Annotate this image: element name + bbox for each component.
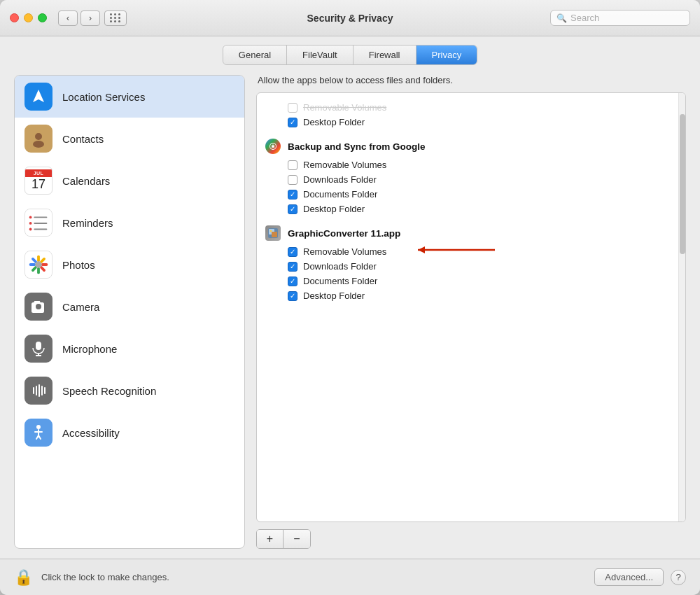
file-row: ✓ Documents Folder — [257, 187, 678, 202]
svg-point-1 — [35, 133, 42, 140]
window-title: Security & Privacy — [307, 13, 393, 24]
checkbox-desktop-top[interactable]: ✓ — [288, 118, 298, 127]
tab-filevault[interactable]: FileVault — [287, 46, 354, 64]
search-icon: 🔍 — [556, 13, 567, 23]
sidebar-item-microphone[interactable]: Microphone — [15, 328, 244, 370]
contacts-icon — [24, 125, 52, 153]
add-remove-buttons: + − — [256, 529, 311, 549]
traffic-lights — [10, 13, 47, 22]
advanced-button[interactable]: Advanced... — [594, 568, 664, 586]
graphic-converter-name: GraphicConverter 11.app — [288, 228, 400, 239]
speech-recognition-label: Speech Recognition — [62, 385, 156, 397]
checkbox-gc-desktop[interactable]: ✓ — [288, 291, 298, 301]
svg-point-24 — [270, 230, 272, 232]
tabs-container: General FileVault Firewall Privacy — [0, 36, 700, 65]
file-name: Documents Folder — [303, 276, 377, 286]
file-name: Removable Volumes — [303, 246, 386, 257]
google-backup-name: Backup and Sync from Google — [288, 141, 426, 152]
footer-lock-text: Click the lock to make changes. — [41, 572, 169, 582]
file-row-removable-gc: ✓ Removable Volumes — [257, 244, 678, 259]
remove-button[interactable]: − — [284, 530, 310, 548]
file-row: ✓ Desktop Folder — [257, 115, 678, 130]
file-row: ✓ Documents Folder — [257, 274, 678, 288]
tab-firewall[interactable]: Firewall — [354, 46, 416, 64]
sidebar-item-reminders[interactable]: Reminders — [15, 202, 244, 244]
svg-rect-18 — [41, 386, 43, 396]
minimize-button[interactable] — [24, 13, 33, 22]
svg-rect-4 — [29, 216, 32, 219]
svg-point-11 — [35, 261, 42, 268]
scrollbar-track[interactable] — [678, 93, 685, 522]
svg-rect-8 — [29, 228, 32, 231]
contacts-label: Contacts — [62, 133, 104, 145]
lock-icon[interactable]: 🔒 — [14, 568, 33, 587]
sidebar-item-camera[interactable]: Camera — [15, 286, 244, 328]
photos-label: Photos — [62, 259, 95, 271]
sidebar-item-calendars[interactable]: JUL 17 Calendars — [15, 160, 244, 202]
help-button[interactable]: ? — [671, 570, 686, 585]
grid-button[interactable] — [104, 10, 127, 26]
tab-privacy[interactable]: Privacy — [416, 46, 477, 64]
checkbox-google-downloads[interactable] — [288, 175, 298, 185]
svg-rect-19 — [44, 387, 46, 394]
checkbox-google-documents[interactable]: ✓ — [288, 190, 298, 200]
tabs: General FileVault Firewall Privacy — [223, 45, 477, 65]
scrollbar-thumb[interactable] — [680, 114, 685, 254]
checkbox-gc-removable[interactable]: ✓ — [288, 247, 298, 257]
location-icon — [24, 83, 52, 111]
calendars-icon: JUL 17 — [24, 167, 52, 195]
file-name: Desktop Folder — [303, 204, 365, 214]
svg-marker-26 — [418, 246, 425, 253]
microphone-icon — [24, 335, 52, 363]
file-name: Documents Folder — [303, 189, 377, 200]
bottom-bar: + − — [256, 529, 686, 549]
close-button[interactable] — [10, 13, 19, 22]
svg-rect-17 — [38, 384, 40, 397]
svg-rect-15 — [33, 387, 34, 394]
reminders-icon — [24, 209, 52, 237]
svg-rect-6 — [29, 222, 32, 225]
app-group-google: Backup and Sync from Google Removable Vo… — [257, 132, 678, 219]
forward-button[interactable]: › — [80, 10, 100, 26]
nav-buttons: ‹ › — [58, 10, 100, 26]
checkbox-gc-documents[interactable]: ✓ — [288, 276, 298, 286]
accessibility-icon — [24, 419, 52, 447]
camera-icon — [24, 293, 52, 321]
sidebar-item-accessibility[interactable]: Accessibility — [15, 412, 244, 454]
file-name: Downloads Folder — [303, 174, 377, 185]
file-row: ✓ Desktop Folder — [257, 288, 678, 303]
app-group-top: Removable Volumes ✓ Desktop Folder — [257, 97, 678, 132]
reminders-label: Reminders — [62, 217, 113, 229]
file-row: Removable Volumes — [257, 100, 678, 115]
checkbox-google-desktop[interactable]: ✓ — [288, 204, 298, 214]
main-content: Location Services Contacts JUL 17 Cal — [0, 65, 700, 559]
footer-right: Advanced... ? — [594, 568, 686, 586]
maximize-button[interactable] — [38, 13, 47, 22]
speech-recognition-icon — [24, 377, 52, 405]
file-name: Removable Volumes — [303, 160, 386, 170]
checkbox-removable-volumes-top[interactable] — [288, 103, 298, 113]
file-row: ✓ Desktop Folder — [257, 202, 678, 216]
description: Allow the apps below to access files and… — [256, 75, 686, 85]
checkbox-gc-downloads[interactable]: ✓ — [288, 262, 298, 272]
sidebar: Location Services Contacts JUL 17 Cal — [14, 75, 245, 549]
tab-general[interactable]: General — [223, 46, 287, 64]
app-row-google: Backup and Sync from Google — [257, 135, 678, 158]
files-list-container: Removable Volumes ✓ Desktop Folder — [256, 92, 686, 522]
add-button[interactable]: + — [257, 530, 284, 548]
file-name: Desktop Folder — [303, 290, 365, 301]
sidebar-item-location-services[interactable]: Location Services — [15, 76, 244, 118]
back-button[interactable]: ‹ — [58, 10, 78, 26]
file-name: Desktop Folder — [303, 117, 365, 127]
sidebar-item-photos[interactable]: Photos — [15, 244, 244, 286]
search-input[interactable] — [570, 13, 684, 23]
svg-rect-7 — [34, 223, 47, 224]
footer: 🔒 Click the lock to make changes. Advanc… — [0, 559, 700, 595]
sidebar-item-contacts[interactable]: Contacts — [15, 118, 244, 160]
search-box[interactable]: 🔍 — [550, 10, 690, 26]
graphic-converter-icon — [265, 225, 281, 241]
checkbox-google-removable[interactable] — [288, 160, 298, 170]
photos-icon — [24, 251, 52, 279]
sidebar-item-speech-recognition[interactable]: Speech Recognition — [15, 370, 244, 412]
file-name: Removable Volumes — [303, 102, 386, 113]
